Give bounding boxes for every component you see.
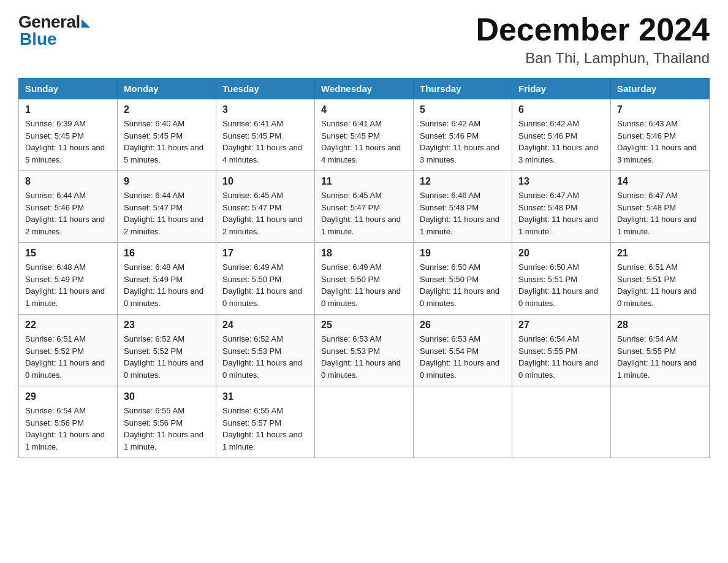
weekday-header-monday: Monday xyxy=(118,79,216,99)
day-number: 17 xyxy=(222,248,308,259)
day-number: 30 xyxy=(124,391,210,402)
calendar-cell xyxy=(512,386,611,458)
calendar-cell: 12 Sunrise: 6:46 AM Sunset: 5:48 PM Dayl… xyxy=(414,171,512,243)
day-info: Sunrise: 6:40 AM Sunset: 5:45 PM Dayligh… xyxy=(124,118,210,166)
day-number: 20 xyxy=(518,248,604,259)
calendar-cell: 13 Sunrise: 6:47 AM Sunset: 5:48 PM Dayl… xyxy=(512,171,611,243)
day-number: 3 xyxy=(222,104,308,115)
day-number: 6 xyxy=(518,104,604,115)
calendar-cell: 20 Sunrise: 6:50 AM Sunset: 5:51 PM Dayl… xyxy=(512,243,611,315)
calendar-cell xyxy=(315,386,414,458)
day-info: Sunrise: 6:55 AM Sunset: 5:57 PM Dayligh… xyxy=(222,405,308,453)
logo: General Blue xyxy=(18,12,90,49)
day-info: Sunrise: 6:52 AM Sunset: 5:53 PM Dayligh… xyxy=(222,333,308,381)
calendar-cell: 4 Sunrise: 6:41 AM Sunset: 5:45 PM Dayli… xyxy=(315,99,414,171)
day-number: 11 xyxy=(321,176,407,187)
week-row-5: 29 Sunrise: 6:54 AM Sunset: 5:56 PM Dayl… xyxy=(19,386,710,458)
calendar-cell: 10 Sunrise: 6:45 AM Sunset: 5:47 PM Dayl… xyxy=(216,171,315,243)
calendar-cell: 17 Sunrise: 6:49 AM Sunset: 5:50 PM Dayl… xyxy=(216,243,315,315)
calendar-cell: 1 Sunrise: 6:39 AM Sunset: 5:45 PM Dayli… xyxy=(19,99,118,171)
day-info: Sunrise: 6:41 AM Sunset: 5:45 PM Dayligh… xyxy=(321,118,407,166)
calendar-cell: 15 Sunrise: 6:48 AM Sunset: 5:49 PM Dayl… xyxy=(19,243,118,315)
calendar-cell: 11 Sunrise: 6:45 AM Sunset: 5:47 PM Dayl… xyxy=(315,171,414,243)
day-info: Sunrise: 6:44 AM Sunset: 5:46 PM Dayligh… xyxy=(25,190,111,237)
day-info: Sunrise: 6:46 AM Sunset: 5:48 PM Dayligh… xyxy=(420,190,506,237)
week-row-2: 8 Sunrise: 6:44 AM Sunset: 5:46 PM Dayli… xyxy=(19,171,710,243)
weekday-header-saturday: Saturday xyxy=(611,79,710,99)
day-number: 2 xyxy=(124,104,210,115)
week-row-1: 1 Sunrise: 6:39 AM Sunset: 5:45 PM Dayli… xyxy=(19,99,710,171)
weekday-header-thursday: Thursday xyxy=(414,79,512,99)
day-number: 5 xyxy=(420,104,506,115)
calendar-cell: 25 Sunrise: 6:53 AM Sunset: 5:53 PM Dayl… xyxy=(315,315,414,386)
logo-arrow-icon xyxy=(82,19,90,28)
calendar-cell: 14 Sunrise: 6:47 AM Sunset: 5:48 PM Dayl… xyxy=(611,171,710,243)
day-number: 19 xyxy=(420,248,506,259)
calendar-cell: 9 Sunrise: 6:44 AM Sunset: 5:47 PM Dayli… xyxy=(118,171,216,243)
calendar-cell: 23 Sunrise: 6:52 AM Sunset: 5:52 PM Dayl… xyxy=(118,315,216,386)
day-info: Sunrise: 6:47 AM Sunset: 5:48 PM Dayligh… xyxy=(518,190,604,237)
day-number: 14 xyxy=(617,176,703,187)
day-number: 22 xyxy=(25,320,111,331)
month-title: December 2024 xyxy=(476,12,710,47)
calendar-cell: 2 Sunrise: 6:40 AM Sunset: 5:45 PM Dayli… xyxy=(118,99,216,171)
day-info: Sunrise: 6:44 AM Sunset: 5:47 PM Dayligh… xyxy=(124,190,210,237)
day-number: 9 xyxy=(124,176,210,187)
calendar-cell: 16 Sunrise: 6:48 AM Sunset: 5:49 PM Dayl… xyxy=(118,243,216,315)
calendar-cell: 19 Sunrise: 6:50 AM Sunset: 5:50 PM Dayl… xyxy=(414,243,512,315)
weekday-header-wednesday: Wednesday xyxy=(315,79,414,99)
day-info: Sunrise: 6:49 AM Sunset: 5:50 PM Dayligh… xyxy=(222,261,308,309)
calendar-cell xyxy=(611,386,710,458)
calendar-cell: 26 Sunrise: 6:53 AM Sunset: 5:54 PM Dayl… xyxy=(414,315,512,386)
day-number: 13 xyxy=(518,176,604,187)
day-info: Sunrise: 6:54 AM Sunset: 5:55 PM Dayligh… xyxy=(617,333,703,381)
day-info: Sunrise: 6:39 AM Sunset: 5:45 PM Dayligh… xyxy=(25,118,111,166)
calendar-cell: 6 Sunrise: 6:42 AM Sunset: 5:46 PM Dayli… xyxy=(512,99,611,171)
location-text: Ban Thi, Lamphun, Thailand xyxy=(476,50,710,67)
day-info: Sunrise: 6:45 AM Sunset: 5:47 PM Dayligh… xyxy=(321,190,407,237)
calendar-cell: 3 Sunrise: 6:41 AM Sunset: 5:45 PM Dayli… xyxy=(216,99,315,171)
day-info: Sunrise: 6:51 AM Sunset: 5:51 PM Dayligh… xyxy=(617,261,703,309)
day-number: 16 xyxy=(124,248,210,259)
day-number: 26 xyxy=(420,320,506,331)
calendar-cell: 22 Sunrise: 6:51 AM Sunset: 5:52 PM Dayl… xyxy=(19,315,118,386)
day-info: Sunrise: 6:52 AM Sunset: 5:52 PM Dayligh… xyxy=(124,333,210,381)
calendar-table: SundayMondayTuesdayWednesdayThursdayFrid… xyxy=(18,78,710,458)
day-info: Sunrise: 6:54 AM Sunset: 5:55 PM Dayligh… xyxy=(518,333,604,381)
week-row-4: 22 Sunrise: 6:51 AM Sunset: 5:52 PM Dayl… xyxy=(19,315,710,386)
day-info: Sunrise: 6:45 AM Sunset: 5:47 PM Dayligh… xyxy=(222,190,308,237)
weekday-header-friday: Friday xyxy=(512,79,611,99)
calendar-cell: 7 Sunrise: 6:43 AM Sunset: 5:46 PM Dayli… xyxy=(611,99,710,171)
calendar-cell: 21 Sunrise: 6:51 AM Sunset: 5:51 PM Dayl… xyxy=(611,243,710,315)
day-number: 1 xyxy=(25,104,111,115)
day-number: 15 xyxy=(25,248,111,259)
day-info: Sunrise: 6:42 AM Sunset: 5:46 PM Dayligh… xyxy=(420,118,506,166)
day-number: 12 xyxy=(420,176,506,187)
day-info: Sunrise: 6:48 AM Sunset: 5:49 PM Dayligh… xyxy=(124,261,210,309)
week-row-3: 15 Sunrise: 6:48 AM Sunset: 5:49 PM Dayl… xyxy=(19,243,710,315)
day-info: Sunrise: 6:47 AM Sunset: 5:48 PM Dayligh… xyxy=(617,190,703,237)
calendar-cell: 18 Sunrise: 6:49 AM Sunset: 5:50 PM Dayl… xyxy=(315,243,414,315)
calendar-cell xyxy=(414,386,512,458)
day-info: Sunrise: 6:42 AM Sunset: 5:46 PM Dayligh… xyxy=(518,118,604,166)
day-number: 29 xyxy=(25,391,111,402)
day-info: Sunrise: 6:53 AM Sunset: 5:53 PM Dayligh… xyxy=(321,333,407,381)
calendar-cell: 30 Sunrise: 6:55 AM Sunset: 5:56 PM Dayl… xyxy=(118,386,216,458)
day-number: 4 xyxy=(321,104,407,115)
calendar-cell: 28 Sunrise: 6:54 AM Sunset: 5:55 PM Dayl… xyxy=(611,315,710,386)
day-info: Sunrise: 6:53 AM Sunset: 5:54 PM Dayligh… xyxy=(420,333,506,381)
weekday-header-tuesday: Tuesday xyxy=(216,79,315,99)
day-number: 8 xyxy=(25,176,111,187)
calendar-cell: 8 Sunrise: 6:44 AM Sunset: 5:46 PM Dayli… xyxy=(19,171,118,243)
weekday-header-row: SundayMondayTuesdayWednesdayThursdayFrid… xyxy=(19,79,710,99)
calendar-cell: 29 Sunrise: 6:54 AM Sunset: 5:56 PM Dayl… xyxy=(19,386,118,458)
day-number: 25 xyxy=(321,320,407,331)
logo-blue-text: Blue xyxy=(20,29,57,49)
title-block: December 2024 Ban Thi, Lamphun, Thailand xyxy=(476,12,710,67)
weekday-header-sunday: Sunday xyxy=(19,79,118,99)
day-number: 23 xyxy=(124,320,210,331)
page-header: General Blue December 2024 Ban Thi, Lamp… xyxy=(18,12,710,67)
day-info: Sunrise: 6:50 AM Sunset: 5:50 PM Dayligh… xyxy=(420,261,506,309)
day-number: 24 xyxy=(222,320,308,331)
day-info: Sunrise: 6:55 AM Sunset: 5:56 PM Dayligh… xyxy=(124,405,210,453)
